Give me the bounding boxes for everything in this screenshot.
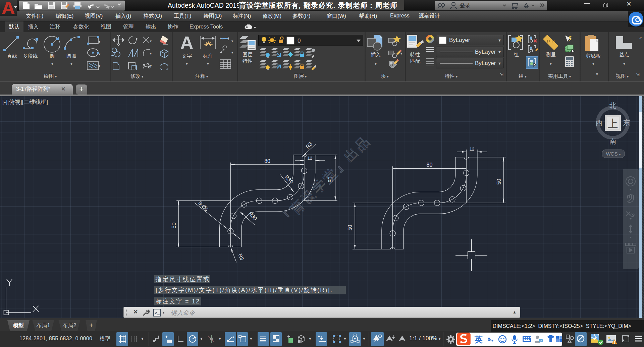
svg-text:50: 50 — [347, 225, 353, 231]
svg-text:登录: 登录 — [460, 3, 470, 8]
svg-text:12: 12 — [307, 156, 312, 161]
svg-text:8-Ø6: 8-Ø6 — [197, 200, 209, 212]
svg-text:R3: R3 — [305, 141, 313, 150]
svg-text:12: 12 — [470, 147, 474, 152]
svg-text:0: 0 — [298, 38, 301, 44]
svg-text:英: 英 — [474, 335, 483, 344]
svg-text:50: 50 — [171, 223, 177, 229]
svg-text:50: 50 — [496, 179, 502, 185]
svg-text:R3: R3 — [237, 253, 245, 261]
svg-text:80: 80 — [427, 162, 433, 168]
svg-text:!: ! — [614, 340, 615, 344]
svg-text:50: 50 — [328, 176, 333, 182]
svg-text:13: 13 — [539, 340, 542, 343]
svg-text:80: 80 — [264, 158, 270, 164]
